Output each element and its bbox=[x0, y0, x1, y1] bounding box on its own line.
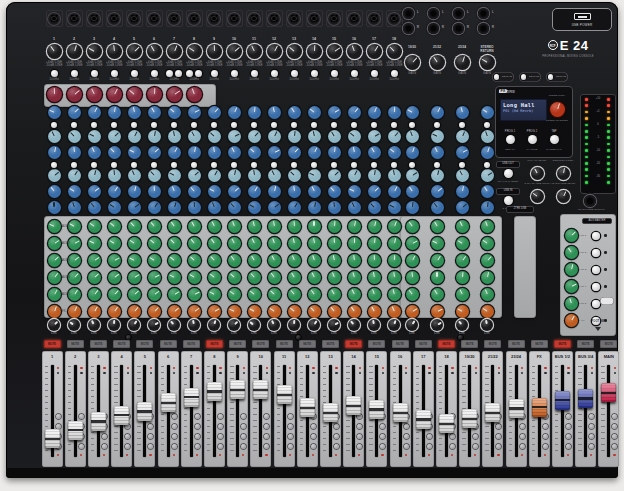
control-room-knob[interactable] bbox=[557, 167, 570, 180]
aux-master-knob-6[interactable] bbox=[565, 314, 578, 327]
eq-bypass-button-1-ch10[interactable] bbox=[231, 122, 237, 128]
aux-1-knob-st0[interactable] bbox=[406, 220, 419, 233]
eq-lo-mid-freq-knob-ch5[interactable] bbox=[128, 169, 141, 182]
eq-bypass-button-1-ch2[interactable] bbox=[71, 122, 77, 128]
fader-cap-MAIN[interactable] bbox=[601, 383, 616, 402]
eq-hi-mid-freq-knob-ch6[interactable] bbox=[148, 130, 161, 143]
aux-4-knob-ch7[interactable] bbox=[168, 271, 181, 284]
aux-2-knob-st0[interactable] bbox=[406, 237, 419, 250]
fx-send-knob-ch6[interactable] bbox=[148, 305, 161, 318]
eq-lo-mid-knob-st2[interactable] bbox=[456, 185, 469, 198]
aux-master-knob-3[interactable] bbox=[565, 263, 578, 276]
fx-send-knob-ch17[interactable] bbox=[368, 305, 381, 318]
eq-lo-mid-freq-knob-ch17[interactable] bbox=[368, 169, 381, 182]
usb-in-button[interactable] bbox=[504, 196, 513, 205]
eq-lo-mid-knob-ch18[interactable] bbox=[388, 185, 401, 198]
gain-knob-ch9[interactable] bbox=[207, 44, 222, 59]
fader-cap-FX[interactable] bbox=[532, 398, 547, 417]
hpf-button-ch5[interactable] bbox=[131, 70, 138, 77]
gain-knob-ch12[interactable] bbox=[267, 44, 282, 59]
gain-knob-ch7[interactable] bbox=[167, 44, 182, 59]
aux-1-knob-ch6[interactable] bbox=[148, 220, 161, 233]
aux-5-knob-st0[interactable] bbox=[406, 288, 419, 301]
eq-lo-mid-knob-ch16[interactable] bbox=[348, 185, 361, 198]
fader-cap-2[interactable] bbox=[68, 421, 83, 440]
eq-hi-knob-st3[interactable] bbox=[481, 106, 494, 119]
gain-knob-st3[interactable] bbox=[480, 55, 495, 70]
eq-low-knob-ch15[interactable] bbox=[328, 201, 341, 214]
eq-hi-mid-freq-knob-st1[interactable] bbox=[431, 130, 444, 143]
aux-2-knob-ch9[interactable] bbox=[208, 237, 221, 250]
aux-5-knob-ch13[interactable] bbox=[288, 288, 301, 301]
aux-1-knob-ch17[interactable] bbox=[368, 220, 381, 233]
eq-hi-mid-freq-knob-ch9[interactable] bbox=[208, 130, 221, 143]
gain-knob-ch2[interactable] bbox=[67, 44, 82, 59]
hpf-button-ch13[interactable] bbox=[291, 70, 298, 77]
eq-bypass-button-1-ch1[interactable] bbox=[51, 122, 57, 128]
comp-knob-ch6[interactable] bbox=[147, 87, 162, 102]
fader-cap-21/22[interactable] bbox=[485, 403, 500, 422]
aux-3-knob-ch9[interactable] bbox=[208, 254, 221, 267]
eq-lo-mid-freq-knob-ch9[interactable] bbox=[208, 169, 221, 182]
assign-button-1-2[interactable] bbox=[79, 414, 84, 419]
fx-send-knob-st1[interactable] bbox=[431, 305, 444, 318]
aux-2-knob-ch12[interactable] bbox=[268, 237, 281, 250]
mute-button-4[interactable]: MUTE bbox=[113, 340, 130, 348]
eq-low-knob-ch2[interactable] bbox=[68, 201, 81, 214]
eq-lo-mid-knob-ch13[interactable] bbox=[288, 185, 301, 198]
eq-lo-mid-knob-ch12[interactable] bbox=[268, 185, 281, 198]
aux-4-knob-ch8[interactable] bbox=[188, 271, 201, 284]
comp-knob-ch8[interactable] bbox=[187, 87, 202, 102]
eq-hi-mid-knob-ch3[interactable] bbox=[88, 146, 101, 159]
gain-knob-ch6[interactable] bbox=[147, 44, 162, 59]
pan-knob-ch7[interactable] bbox=[168, 319, 180, 331]
fx-send-knob-ch4[interactable] bbox=[108, 305, 121, 318]
eq-bypass-button-2-ch5[interactable] bbox=[131, 162, 137, 168]
mute-button-6[interactable]: MUTE bbox=[160, 340, 177, 348]
assign-button-1-6[interactable] bbox=[172, 414, 177, 419]
pan-knob-st0[interactable] bbox=[406, 319, 418, 331]
eq-lo-mid-knob-ch3[interactable] bbox=[88, 185, 101, 198]
fader-cap-6[interactable] bbox=[161, 393, 176, 412]
assign-button-3-3[interactable] bbox=[102, 434, 107, 439]
aux-4-knob-ch18[interactable] bbox=[388, 271, 401, 284]
assign-button-2-BUS 1/2[interactable] bbox=[566, 424, 571, 429]
aux-2-knob-ch18[interactable] bbox=[388, 237, 401, 250]
eq-hi-knob-ch9[interactable] bbox=[208, 106, 221, 119]
aux-3-knob-ch14[interactable] bbox=[308, 254, 321, 267]
aux-1-knob-st2[interactable] bbox=[456, 220, 469, 233]
pan-knob-st1[interactable] bbox=[431, 319, 443, 331]
gain-knob-ch16[interactable] bbox=[347, 44, 362, 59]
fx-send-knob-ch9[interactable] bbox=[208, 305, 221, 318]
eq-lo-mid-freq-knob-ch2[interactable] bbox=[68, 169, 81, 182]
eq-hi-mid-knob-ch9[interactable] bbox=[208, 146, 221, 159]
assign-button-2-11[interactable] bbox=[288, 424, 293, 429]
eq-lo-mid-freq-knob-st2[interactable] bbox=[456, 169, 469, 182]
aux-1-knob-ch13[interactable] bbox=[288, 220, 301, 233]
aux-2-knob-ch5[interactable] bbox=[128, 237, 141, 250]
fader-cap-18[interactable] bbox=[439, 414, 454, 433]
mute-button-23/24[interactable]: MUTE bbox=[508, 340, 525, 348]
pan-knob-ch8[interactable] bbox=[188, 319, 200, 331]
eq-bypass-button-1-st0[interactable] bbox=[409, 122, 415, 128]
pan-knob-ch5[interactable] bbox=[128, 319, 140, 331]
eq-bypass-button-2-ch1[interactable] bbox=[51, 162, 57, 168]
aux-1-knob-ch16[interactable] bbox=[348, 220, 361, 233]
eq-low-knob-st1[interactable] bbox=[431, 201, 444, 214]
eq-low-knob-ch12[interactable] bbox=[268, 201, 281, 214]
eq-hi-mid-knob-st0[interactable] bbox=[406, 146, 419, 159]
aux-5-knob-st1[interactable] bbox=[431, 288, 444, 301]
eq-hi-mid-knob-st1[interactable] bbox=[431, 146, 444, 159]
eq-hi-mid-knob-ch8[interactable] bbox=[188, 146, 201, 159]
aux-1-knob-st3[interactable] bbox=[481, 220, 494, 233]
aux-afl-button-4[interactable] bbox=[592, 283, 600, 291]
assign-button-4-13[interactable] bbox=[334, 444, 339, 449]
pan-knob-ch14[interactable] bbox=[308, 319, 320, 331]
aux-3-knob-ch11[interactable] bbox=[248, 254, 261, 267]
comp-knob-ch5[interactable] bbox=[127, 87, 142, 102]
aux-5-knob-ch4[interactable] bbox=[108, 288, 121, 301]
fader-cap-12[interactable] bbox=[300, 398, 315, 417]
assign-button-2-16[interactable] bbox=[404, 424, 409, 429]
eq-hi-mid-freq-knob-ch1[interactable] bbox=[48, 130, 61, 143]
eq-hi-knob-ch17[interactable] bbox=[368, 106, 381, 119]
